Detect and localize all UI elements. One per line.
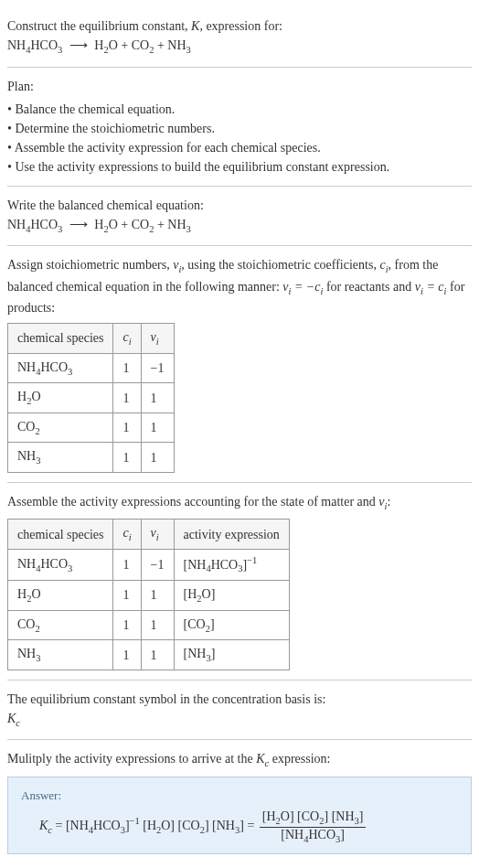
cell-c: 1 xyxy=(113,581,141,611)
plan-list: Balance the chemical equation. Determine… xyxy=(7,100,472,177)
cell-nu: 1 xyxy=(141,581,174,611)
plan-section: Plan: Balance the chemical equation. Det… xyxy=(7,68,472,187)
text: for reactants and xyxy=(323,280,414,294)
cell-activity: [H2O] xyxy=(174,581,289,611)
intro-part: Construct the equilibrium constant, xyxy=(7,19,191,33)
intro-section: Construct the equilibrium constant, K, e… xyxy=(7,7,472,68)
fraction: [H2O] [CO2] [NH3][NH4HCO3] xyxy=(260,809,367,844)
cell-species: H2O xyxy=(8,383,113,413)
activity-table: chemical species ci νi activity expressi… xyxy=(7,519,290,670)
cell-species: NH4HCO3 xyxy=(8,353,113,383)
symbol-K: K xyxy=(7,712,16,725)
header-activity: activity expression xyxy=(174,520,289,550)
arrow-icon: ⟶ xyxy=(66,218,91,231)
text: : xyxy=(387,495,390,509)
subscript: i xyxy=(129,337,132,347)
balanced-title: Write the balanced chemical equation: xyxy=(7,196,472,215)
cell-species: NH3 xyxy=(8,443,113,473)
balanced-equation: NH4HCO3 ⟶ H2O + CO2 + NH3 xyxy=(7,215,472,237)
header-nu: νi xyxy=(141,520,174,550)
subscript: i xyxy=(156,337,159,347)
cell-c: 1 xyxy=(113,413,141,443)
cell-nu: 1 xyxy=(141,610,174,640)
equation: NH4HCO3 ⟶ H2O + CO2 + NH3 xyxy=(7,36,472,58)
species: NH xyxy=(7,38,26,52)
cell-c: 1 xyxy=(113,383,141,413)
species: + NH xyxy=(154,218,186,231)
text: Mulitply the activity expressions to arr… xyxy=(7,752,256,766)
cell-species: H2O xyxy=(8,581,113,611)
subscript: 3 xyxy=(58,45,62,55)
table-header-row: chemical species ci νi activity expressi… xyxy=(8,520,290,550)
cell-c: 1 xyxy=(113,550,141,581)
symbol: = c xyxy=(423,280,444,294)
numerator: [H2O] [CO2] [NH3] xyxy=(260,809,367,827)
table-row: NH3 1 1 [NH3] xyxy=(8,640,290,670)
cell-activity: [NH4HCO3]−1 xyxy=(174,550,289,581)
symbol-K: K xyxy=(39,820,48,833)
denominator: [NH4HCO3] xyxy=(260,828,367,844)
cell-activity: [NH3] xyxy=(174,640,289,670)
intro-text: Construct the equilibrium constant, K, e… xyxy=(7,16,472,36)
multiply-text: Mulitply the activity expressions to arr… xyxy=(7,749,472,771)
plan-item: Balance the chemical equation. xyxy=(7,100,472,119)
species: NH xyxy=(7,218,26,231)
table-row: NH4HCO3 1 −1 [NH4HCO3]−1 xyxy=(8,550,290,581)
text: , using the stoichiometric coefficients, xyxy=(181,258,379,272)
header-nu: νi xyxy=(141,324,174,354)
activity-intro: Assemble the activity expressions accoun… xyxy=(7,492,472,514)
species: H xyxy=(94,38,103,52)
table-row: CO2 1 1 [CO2] xyxy=(8,610,290,640)
stoich-intro: Assign stoichiometric numbers, νi, using… xyxy=(7,255,472,317)
answer-label: Answer: xyxy=(21,787,458,805)
plan-item: Assemble the activity expression for eac… xyxy=(7,138,472,157)
cell-species: CO2 xyxy=(8,610,113,640)
stoich-table: chemical species ci νi NH4HCO3 1 −1 H2O … xyxy=(7,323,175,473)
species: + NH xyxy=(154,38,186,52)
subscript: 3 xyxy=(186,223,191,233)
species: O + CO xyxy=(109,218,149,231)
symbol-text: The equilibrium constant symbol in the c… xyxy=(7,690,472,709)
table-row: H2O 1 1 xyxy=(8,383,175,413)
subscript: 3 xyxy=(58,223,62,233)
species: H xyxy=(94,218,103,231)
header-species: chemical species xyxy=(8,520,113,550)
kc-symbol: Kc xyxy=(7,709,472,731)
cell-nu: −1 xyxy=(141,353,174,383)
cell-nu: −1 xyxy=(141,550,174,581)
table-row: H2O 1 1 [H2O] xyxy=(8,581,290,611)
symbol-K: K xyxy=(256,752,264,766)
text: Assign stoichiometric numbers, xyxy=(7,258,173,272)
species: HCO xyxy=(30,38,58,52)
species: O + CO xyxy=(109,38,149,52)
answer-equation: Kc = [NH4HCO3]−1 [H2O] [CO2] [NH3] = [H2… xyxy=(21,809,458,844)
subscript: 3 xyxy=(186,45,191,55)
cell-species: NH3 xyxy=(8,640,113,670)
equals: = xyxy=(244,820,258,833)
cell-c: 1 xyxy=(113,610,141,640)
symbol-K: K xyxy=(191,19,199,33)
answer-section: Mulitply the activity expressions to arr… xyxy=(7,740,472,863)
subscript-c: c xyxy=(16,718,20,728)
activity-section: Assemble the activity expressions accoun… xyxy=(7,483,472,680)
balanced-section: Write the balanced chemical equation: NH… xyxy=(7,187,472,247)
cell-c: 1 xyxy=(113,640,141,670)
text: expression: xyxy=(269,752,330,766)
plan-title: Plan: xyxy=(7,77,472,96)
table-row: NH3 1 1 xyxy=(8,443,175,473)
cell-species: NH4HCO3 xyxy=(8,550,113,581)
cell-c: 1 xyxy=(113,443,141,473)
stoich-section: Assign stoichiometric numbers, νi, using… xyxy=(7,246,472,483)
table-row: NH4HCO3 1 −1 xyxy=(8,353,175,383)
header-c: ci xyxy=(113,520,141,550)
arrow-icon: ⟶ xyxy=(66,38,91,52)
answer-box: Answer: Kc = [NH4HCO3]−1 [H2O] [CO2] [NH… xyxy=(7,777,472,854)
cell-nu: 1 xyxy=(141,443,174,473)
plan-item: Determine the stoichiometric numbers. xyxy=(7,119,472,138)
symbol: = −c xyxy=(291,280,320,294)
cell-nu: 1 xyxy=(141,413,174,443)
equals: = xyxy=(52,820,66,833)
table-row: CO2 1 1 xyxy=(8,413,175,443)
intro-part: , expression for: xyxy=(199,19,282,33)
cell-activity: [CO2] xyxy=(174,610,289,640)
